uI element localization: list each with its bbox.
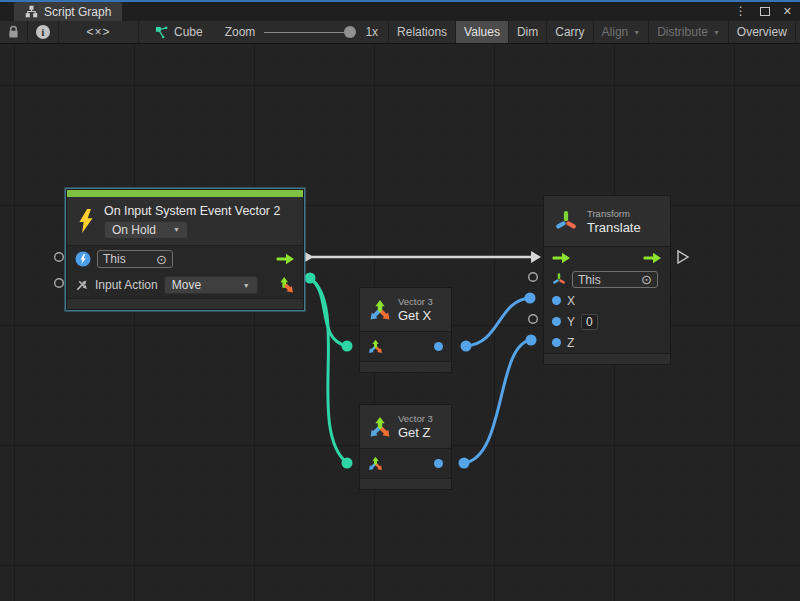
vector3-icon — [369, 416, 391, 438]
float-input-port[interactable] — [552, 317, 561, 326]
translate-exit-triangle[interactable] — [678, 251, 688, 263]
zoom-slider-track[interactable] — [264, 32, 352, 34]
lock-button[interactable] — [0, 21, 28, 43]
translate-y-row: Y 0 — [544, 311, 670, 332]
input-action-dropdown[interactable]: Move ▼ — [164, 276, 258, 294]
get-x-title: Get X — [398, 308, 433, 323]
close-button[interactable]: ✕ — [783, 6, 792, 17]
float-output-port[interactable] — [434, 459, 443, 468]
input-action-icon[interactable] — [75, 278, 89, 292]
node-translate[interactable]: Transform Translate — [543, 195, 671, 365]
relations-button[interactable]: Relations — [388, 21, 455, 43]
window-controls: ⋮ ✕ — [735, 5, 792, 17]
event-target-row: This ⊙ — [67, 246, 303, 272]
event-accent-strip — [67, 190, 303, 197]
event-target-field[interactable]: This ⊙ — [97, 250, 173, 268]
get-x-category: Vector 3 — [398, 296, 433, 307]
fullscreen-button[interactable]: Full Screen — [795, 21, 800, 43]
translate-target-value: This — [578, 273, 601, 287]
chevron-down-icon: ▼ — [713, 29, 720, 36]
zoom-label: Zoom — [225, 25, 256, 39]
distribute-button[interactable]: Distribute ▼ — [648, 21, 728, 43]
vector3-icon — [369, 299, 391, 321]
node-get-x[interactable]: Vector 3 Get X — [359, 287, 452, 373]
tab-script-graph[interactable]: Script Graph — [14, 2, 122, 21]
event-node-footer — [67, 298, 303, 309]
get-z-title: Get Z — [398, 425, 433, 440]
translate-title: Translate — [587, 220, 641, 235]
translate-target-field[interactable]: This ⊙ — [572, 271, 658, 288]
translate-y-value-field[interactable]: 0 — [581, 314, 598, 330]
vector2-output-port-icon[interactable] — [277, 276, 295, 294]
graph-tab-icon — [25, 5, 38, 18]
align-label: Align — [602, 25, 629, 39]
window-menu-button[interactable]: ⋮ — [735, 5, 747, 17]
tab-title: Script Graph — [44, 5, 111, 19]
translate-y-label: Y — [567, 315, 575, 329]
edit-code-button[interactable]: <×> — [59, 21, 139, 43]
inspect-button[interactable]: i — [28, 21, 59, 43]
float-wire-x[interactable] — [466, 298, 530, 346]
transform-icon — [554, 209, 578, 234]
translate-category: Transform — [587, 208, 641, 219]
dim-button[interactable]: Dim — [508, 21, 546, 43]
float-input-port[interactable] — [552, 296, 561, 305]
event-action-port-ring[interactable] — [55, 279, 64, 288]
info-icon: i — [36, 25, 50, 39]
event-target-port-ring[interactable] — [55, 253, 64, 262]
get-x-input-terminal[interactable] — [342, 341, 353, 352]
input-system-icon[interactable] — [75, 251, 91, 267]
flow-output-port-icon[interactable] — [643, 252, 662, 264]
graph-asset-icon — [155, 26, 168, 39]
get-x-port-row — [360, 332, 451, 361]
get-z-body — [360, 448, 451, 478]
maximize-button[interactable] — [760, 7, 770, 16]
flow-output-port-icon[interactable] — [276, 253, 295, 265]
event-mode-dropdown[interactable]: On Hold ▼ — [104, 221, 188, 239]
event-target-value: This — [103, 252, 126, 266]
get-x-header: Vector 3 Get X — [360, 288, 451, 331]
toolbar-right-group: Relations Values Dim Carry Align ▼ Distr… — [388, 21, 800, 43]
float-input-port[interactable] — [552, 338, 561, 347]
object-picker-icon[interactable]: ⊙ — [641, 273, 652, 286]
vector2-wire-to-get-z[interactable] — [310, 278, 347, 463]
event-node-body: This ⊙ Input Act — [67, 245, 303, 298]
vector3-input-port-icon[interactable] — [368, 456, 383, 471]
translate-z-terminal[interactable] — [526, 335, 537, 346]
graph-toolbar: i <×> Cube Zoom 1x Relations Values Dim … — [0, 21, 800, 44]
translate-flow-row — [544, 247, 670, 269]
event-node-header: On Input System Event Vector 2 On Hold ▼ — [67, 197, 303, 245]
chevron-down-icon: ▼ — [173, 226, 180, 233]
values-button[interactable]: Values — [455, 21, 508, 43]
lightning-bolt-icon — [77, 209, 95, 233]
get-z-port-row — [360, 449, 451, 478]
transform-port-icon[interactable] — [552, 272, 566, 287]
graph-breadcrumb[interactable]: Cube — [139, 21, 215, 43]
get-x-output-terminal[interactable] — [461, 341, 472, 352]
zoom-slider-knob[interactable] — [344, 26, 356, 38]
node-get-z[interactable]: Vector 3 Get Z — [359, 404, 452, 490]
zoom-slider[interactable] — [264, 26, 356, 38]
get-z-header: Vector 3 Get Z — [360, 405, 451, 448]
distribute-label: Distribute — [657, 25, 708, 39]
vector3-input-port-icon[interactable] — [368, 339, 383, 354]
get-z-input-terminal[interactable] — [342, 458, 353, 469]
graph-canvas[interactable]: On Input System Event Vector 2 On Hold ▼… — [0, 44, 800, 601]
vector2-output-terminal[interactable] — [305, 273, 316, 284]
translate-y-port-ring[interactable] — [529, 315, 538, 324]
translate-target-row: This ⊙ — [544, 269, 670, 290]
float-output-port[interactable] — [434, 342, 443, 351]
carry-button[interactable]: Carry — [546, 21, 592, 43]
translate-body: This ⊙ X Y 0 Z — [544, 246, 670, 353]
flow-input-port-icon[interactable] — [552, 252, 571, 264]
event-action-row: Input Action Move ▼ — [67, 272, 303, 298]
translate-target-port-ring[interactable] — [529, 273, 538, 282]
overview-button[interactable]: Overview — [728, 21, 795, 43]
float-wire-z[interactable] — [464, 340, 531, 463]
object-picker-icon[interactable]: ⊙ — [156, 253, 167, 266]
event-action-label: Input Action — [95, 278, 158, 292]
node-on-input-system-event[interactable]: On Input System Event Vector 2 On Hold ▼… — [66, 189, 304, 310]
translate-x-terminal[interactable] — [525, 293, 536, 304]
align-button[interactable]: Align ▼ — [593, 21, 649, 43]
get-z-output-terminal[interactable] — [459, 458, 470, 469]
